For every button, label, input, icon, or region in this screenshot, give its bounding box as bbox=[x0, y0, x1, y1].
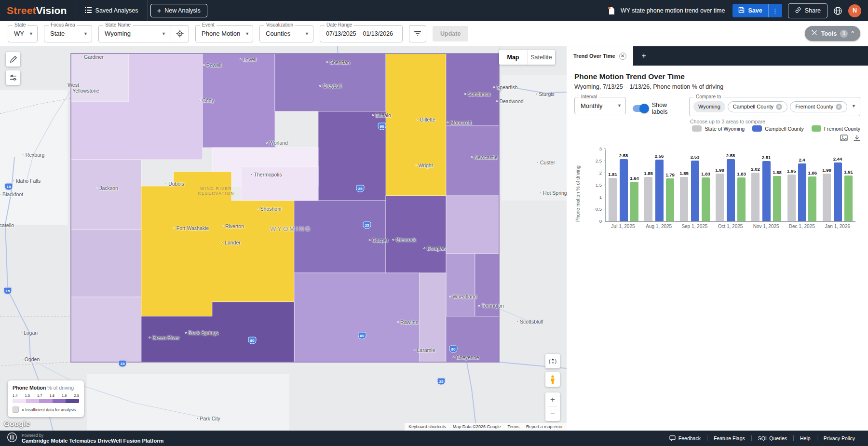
bar-group: 1.852.531.83 bbox=[677, 149, 713, 221]
save-more-menu-button[interactable]: ⋮ bbox=[769, 4, 782, 17]
interval-select[interactable]: Interval Monthly ▼ bbox=[574, 97, 626, 114]
bar-value-label: 1.98 bbox=[822, 167, 831, 173]
bar-value-label: 1.79 bbox=[665, 172, 675, 177]
state-name-select[interactable]: State Name Wyoming ▼ bbox=[98, 25, 189, 42]
county-crook[interactable] bbox=[446, 54, 499, 126]
pegman-icon bbox=[550, 375, 556, 384]
footer-link[interactable]: Feedback bbox=[663, 435, 707, 441]
map-attribution-link[interactable]: Map Data ©2026 Google bbox=[453, 424, 501, 429]
feedback-icon bbox=[669, 435, 676, 441]
county-hot-springs[interactable] bbox=[241, 167, 318, 201]
save-split-button: Save ⋮ bbox=[732, 4, 782, 17]
bar-value-label: 1.83 bbox=[701, 171, 710, 176]
zoom-control: + − bbox=[545, 392, 560, 421]
avatar[interactable]: N bbox=[848, 4, 861, 17]
county-weston[interactable] bbox=[446, 126, 499, 196]
powered-by-label: Powered by bbox=[22, 433, 163, 438]
county-campbell[interactable] bbox=[386, 54, 446, 196]
county-teton[interactable] bbox=[71, 160, 141, 230]
show-labels-toggle[interactable] bbox=[633, 105, 648, 112]
bar-value-label: 1.95 bbox=[787, 168, 796, 174]
bar-value-label: 2.4 bbox=[799, 157, 805, 162]
bar-value-label: 2.58 bbox=[619, 153, 628, 158]
county-natrona[interactable] bbox=[294, 201, 386, 273]
download-data-button[interactable] bbox=[854, 135, 860, 142]
export-image-button[interactable] bbox=[840, 135, 848, 142]
tab-trend-over-time[interactable]: Trend Over Time ✕ bbox=[567, 46, 633, 66]
county-sheridan[interactable] bbox=[275, 54, 386, 111]
share-button[interactable]: Share bbox=[788, 3, 827, 18]
bar bbox=[644, 177, 652, 222]
draw-tool-button[interactable] bbox=[6, 52, 20, 67]
new-analysis-button[interactable]: + New Analysis bbox=[150, 4, 207, 17]
map-canvas[interactable]: WIND RIVER RESERVATION WYOMING GardinerW… bbox=[0, 46, 567, 431]
chevron-down-icon: ▼ bbox=[157, 31, 166, 36]
bar-value-label: 1.98 bbox=[715, 167, 724, 173]
footer-links: FeedbackFeature FlagsSQL QueriesHelpPriv… bbox=[663, 435, 861, 441]
chip-remove-icon[interactable]: ✕ bbox=[776, 104, 782, 110]
locate-button[interactable] bbox=[171, 25, 189, 42]
event-select[interactable]: Event Phone Motion ▼ bbox=[195, 25, 253, 42]
map-view-button[interactable]: Map bbox=[499, 50, 527, 65]
county-platte[interactable] bbox=[446, 254, 475, 316]
county-converse[interactable] bbox=[386, 196, 446, 273]
footer-link[interactable]: SQL Queries bbox=[751, 435, 793, 441]
save-button[interactable]: Save bbox=[732, 4, 768, 17]
bar-group: 2.022.511.88 bbox=[748, 149, 784, 221]
show-labels-label: Show labels bbox=[652, 102, 682, 115]
compare-to-field[interactable]: Compare to WyomingCampbell County✕Fremon… bbox=[689, 97, 860, 116]
chip-remove-icon[interactable]: ✕ bbox=[836, 104, 842, 110]
bar bbox=[737, 177, 746, 222]
state-select[interactable]: State WY ▼ bbox=[8, 25, 38, 42]
county-goshen[interactable] bbox=[475, 254, 499, 316]
county-niobrara[interactable] bbox=[446, 196, 499, 254]
county-bighorn[interactable] bbox=[203, 54, 275, 148]
footer-link[interactable]: Privacy Policy bbox=[817, 435, 861, 441]
date-range-field[interactable]: Date Range 07/13/2025 – 01/13/2026 bbox=[320, 25, 403, 42]
bar-value-label: 1.86 bbox=[808, 170, 817, 176]
update-button[interactable]: Update bbox=[433, 26, 468, 41]
compare-chip[interactable]: Fremont County✕ bbox=[790, 101, 847, 112]
save-icon bbox=[738, 7, 745, 14]
county-sublette[interactable] bbox=[71, 230, 141, 297]
county-carbon[interactable] bbox=[294, 273, 420, 362]
zoom-in-button[interactable]: + bbox=[545, 392, 560, 406]
map-legend: Phone Motion % of driving 1.41.51.71.81.… bbox=[8, 380, 84, 417]
globe-icon[interactable] bbox=[833, 6, 842, 15]
map-attribution-link[interactable]: Terms bbox=[507, 424, 519, 429]
county-johnson[interactable] bbox=[318, 111, 386, 201]
county-yellowstone[interactable] bbox=[71, 54, 129, 102]
compare-chip[interactable]: Wyoming bbox=[693, 101, 725, 112]
filter-icon bbox=[414, 31, 421, 37]
county-laramie[interactable] bbox=[446, 316, 499, 362]
plus-icon: + bbox=[157, 8, 162, 13]
filter-bar: State WY ▼ Focus Area State ▼ State Name… bbox=[0, 21, 868, 46]
legend-title: Phone Motion bbox=[13, 385, 46, 391]
bar-value-label: 2.44 bbox=[833, 156, 842, 162]
tools-button[interactable]: Tools 1 ^ bbox=[805, 26, 860, 41]
focus-area-select[interactable]: Focus Area State ▼ bbox=[44, 25, 92, 42]
add-tab-button[interactable]: + bbox=[633, 46, 655, 66]
map-attribution-link[interactable]: Report a map error bbox=[526, 424, 563, 429]
county-albany[interactable] bbox=[420, 273, 446, 362]
legend-color-scale bbox=[13, 399, 79, 403]
visualization-select[interactable]: Visualization Counties ▼ bbox=[259, 25, 313, 42]
footer-link[interactable]: Feature Flags bbox=[707, 435, 751, 441]
zoom-out-button[interactable]: − bbox=[545, 407, 560, 421]
map-attribution-link[interactable]: Keyboard shortcuts bbox=[408, 424, 446, 429]
bar bbox=[798, 163, 806, 221]
compare-chip[interactable]: Campbell County✕ bbox=[728, 101, 787, 112]
bar bbox=[834, 162, 842, 221]
compass-control[interactable]: () bbox=[545, 354, 560, 368]
filter-button[interactable] bbox=[409, 25, 426, 42]
saved-analyses-button[interactable]: Saved Analyses bbox=[76, 0, 147, 21]
county-lincoln[interactable] bbox=[71, 297, 141, 362]
pegman-control[interactable] bbox=[545, 372, 560, 387]
footer-link[interactable]: Help bbox=[793, 435, 817, 441]
close-icon[interactable]: ✕ bbox=[619, 53, 626, 60]
bar-group: 1.852.561.79 bbox=[641, 149, 677, 221]
satellite-view-button[interactable]: Satellite bbox=[527, 50, 555, 65]
layers-settings-button[interactable] bbox=[6, 70, 20, 85]
chevron-down-icon: ▼ bbox=[852, 104, 856, 108]
chart-legend-item: Fremont County bbox=[812, 125, 860, 132]
